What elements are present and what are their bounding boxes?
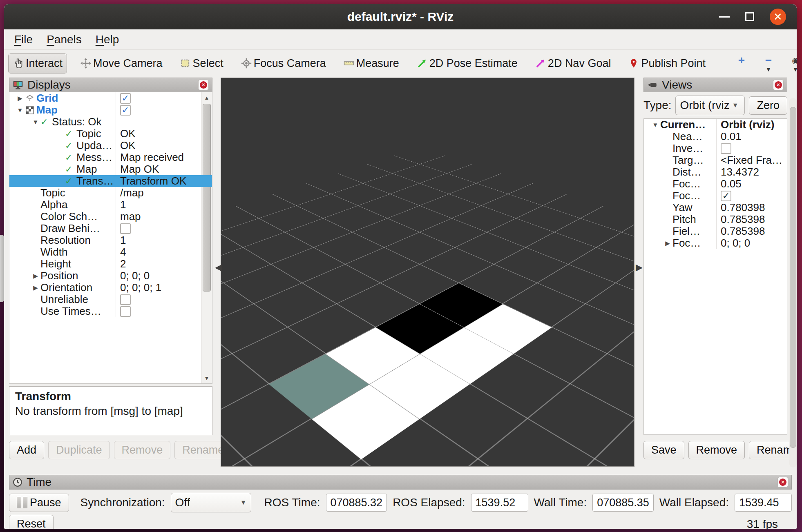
tree-row-value[interactable]: [116, 223, 212, 234]
tree-row-value[interactable]: [116, 116, 212, 128]
add-tool-icon[interactable]: +: [733, 54, 750, 67]
tree-row-value[interactable]: 1: [116, 234, 212, 246]
tree-row-value[interactable]: ✓: [116, 92, 212, 104]
titlebar[interactable]: default.rviz* - RViz ✕: [4, 4, 797, 29]
tree-row[interactable]: Foc…0.05: [644, 178, 787, 190]
tree-row[interactable]: ▶Position0; 0; 0: [9, 270, 212, 282]
tree-row[interactable]: Topic/map: [9, 187, 212, 199]
tree-row[interactable]: Dist…13.4372: [644, 166, 787, 178]
tree-row-value[interactable]: 0; 0; 0; 1: [116, 282, 212, 294]
remove-tool-icon[interactable]: −▼: [760, 54, 777, 72]
wall-elapsed-field[interactable]: 1539.45: [735, 494, 792, 512]
tool-select[interactable]: Select: [176, 54, 228, 73]
tree-row[interactable]: Resolution1: [9, 234, 212, 246]
tree-row[interactable]: ✓TopicOK: [9, 128, 212, 140]
tool-move-camera[interactable]: Move Camera: [76, 54, 167, 73]
expand-arrow-icon[interactable]: ▼: [31, 118, 40, 125]
tree-row[interactable]: ✓MapMap OK: [9, 163, 212, 175]
tree-row-value[interactable]: OK: [116, 140, 212, 151]
checkbox-unchecked[interactable]: [120, 294, 131, 305]
right-splitter-collapse-icon[interactable]: ▶: [636, 262, 643, 273]
ros-elapsed-field[interactable]: 1539.52: [471, 494, 528, 512]
tree-row-value[interactable]: map: [116, 211, 212, 223]
time-panel-header[interactable]: Time ✕: [9, 475, 792, 490]
synchronization-combo[interactable]: Off ▼: [171, 493, 251, 512]
tree-row-value[interactable]: [116, 305, 212, 317]
checkbox-unchecked[interactable]: [120, 306, 131, 317]
tree-row-value[interactable]: 13.4372: [716, 166, 787, 178]
tree-row[interactable]: ▶Grid✓: [9, 92, 212, 104]
tool-measure[interactable]: Measure: [339, 54, 403, 73]
tree-row[interactable]: Inve…: [644, 142, 787, 154]
3d-viewport[interactable]: [221, 78, 634, 467]
tree-row[interactable]: Yaw0.780398: [644, 202, 787, 214]
zero-button[interactable]: Zero: [749, 96, 787, 115]
collapse-arrow-icon[interactable]: ▶: [663, 240, 672, 247]
tree-row-value[interactable]: Transform OK: [116, 175, 212, 187]
tree-row-value[interactable]: Map received: [116, 151, 212, 163]
checkbox-checked[interactable]: ✓: [120, 105, 131, 116]
menu-item-help[interactable]: Help: [96, 33, 119, 46]
checkbox-unchecked[interactable]: [120, 223, 131, 234]
views-outer-scrollbar[interactable]: [789, 98, 797, 467]
add-button[interactable]: Add: [9, 441, 44, 459]
tree-row[interactable]: Foc…✓: [644, 190, 787, 202]
minimize-button-icon[interactable]: [719, 16, 730, 18]
tree-row-value[interactable]: 1: [116, 199, 212, 211]
left-splitter-collapse-icon[interactable]: ◀: [215, 262, 222, 273]
tool-focus-camera[interactable]: Focus Camera: [237, 54, 330, 73]
pause-button[interactable]: Pause: [9, 494, 69, 512]
menu-item-file[interactable]: File: [14, 33, 33, 46]
tree-row-value[interactable]: OK: [116, 128, 212, 140]
ros-time-field[interactable]: 070885.32: [326, 494, 387, 512]
tree-row[interactable]: ▶Orientation0; 0; 0; 1: [9, 282, 212, 294]
tree-row[interactable]: ✓Mess…Map received: [9, 151, 212, 163]
collapse-arrow-icon[interactable]: ▶: [15, 95, 25, 102]
tree-row[interactable]: Color Sch…map: [9, 211, 212, 223]
save-button[interactable]: Save: [643, 441, 684, 459]
tree-row-value[interactable]: <Fixed Fra…: [716, 154, 787, 166]
tree-row-value[interactable]: 0.785398: [716, 225, 787, 237]
tree-row[interactable]: ▶Foc…0; 0; 0: [644, 237, 787, 249]
tree-row[interactable]: ✓Trans…Transform OK: [9, 175, 212, 187]
tree-row-value[interactable]: 2: [116, 258, 212, 270]
tree-row-value[interactable]: 0; 0; 0: [716, 237, 787, 249]
wall-time-field[interactable]: 070885.35: [592, 494, 654, 512]
tree-row[interactable]: ▼Map✓: [9, 104, 212, 116]
tree-row-value[interactable]: 0.780398: [716, 202, 787, 214]
tree-row-value[interactable]: ✓: [716, 190, 787, 202]
tree-row-value[interactable]: Map OK: [116, 163, 212, 175]
chevron-down-icon[interactable]: ▼: [793, 67, 797, 72]
collapse-arrow-icon[interactable]: ▶: [31, 284, 40, 292]
tree-row[interactable]: Pitch0.785398: [644, 214, 787, 225]
views-close-button[interactable]: ✕: [773, 80, 784, 90]
tree-row[interactable]: Height2: [9, 258, 212, 270]
views-panel-header[interactable]: Views ✕: [643, 78, 787, 92]
menu-item-panels[interactable]: Panels: [47, 33, 82, 46]
tool-publish-point[interactable]: Publish Point: [624, 54, 710, 73]
remove-button[interactable]: Remove: [688, 441, 745, 459]
tree-row[interactable]: Width4: [9, 246, 212, 258]
view-type-combo[interactable]: Orbit (rviz ▼: [675, 96, 745, 115]
scrollbar-thumb[interactable]: [790, 107, 796, 448]
tree-row[interactable]: Targ…<Fixed Fra…: [644, 154, 787, 166]
tree-row-value[interactable]: 0; 0; 0: [116, 270, 212, 282]
tree-row-value[interactable]: 0.785398: [716, 214, 787, 225]
tree-row-value[interactable]: ✓: [116, 104, 212, 116]
tree-row[interactable]: Alpha1: [9, 199, 212, 211]
maximize-button-icon[interactable]: [745, 12, 754, 21]
tool-properties-icon[interactable]: ◉▼: [787, 54, 797, 72]
checkbox-unchecked[interactable]: [721, 143, 731, 154]
displays-panel-header[interactable]: Displays ✕: [9, 78, 212, 92]
tool-2d-nav-goal[interactable]: 2D Nav Goal: [531, 54, 615, 73]
tool-interact[interactable]: Interact: [8, 53, 67, 73]
expand-arrow-icon[interactable]: ▼: [650, 121, 660, 128]
tree-row-value[interactable]: 0.01: [716, 131, 787, 142]
tree-row[interactable]: ▼Curren…Orbit (rviz): [644, 119, 787, 131]
tree-row-value[interactable]: [716, 142, 787, 154]
time-close-button[interactable]: ✕: [777, 477, 788, 487]
tree-row-value[interactable]: 0.05: [716, 178, 787, 190]
checkbox-checked[interactable]: ✓: [721, 191, 731, 201]
close-button-icon[interactable]: ✕: [770, 9, 786, 25]
scroll-down-icon[interactable]: ▼: [201, 373, 212, 383]
